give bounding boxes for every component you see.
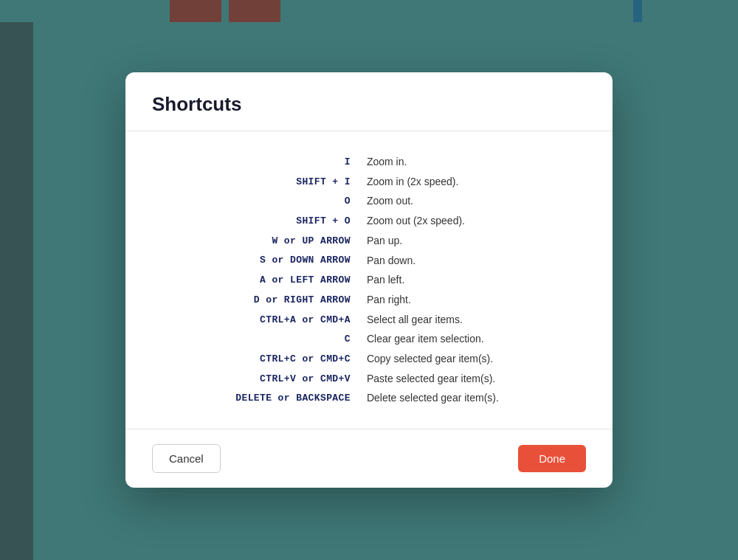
shortcut-row: IZoom in. [170, 152, 568, 172]
shortcut-keys-cell: I [170, 152, 364, 172]
shortcut-key-text: O [345, 196, 351, 207]
shortcut-keys-cell: SHIFT + I [170, 172, 364, 192]
shortcut-keys-cell: CTRL+C or CMD+C [170, 349, 364, 369]
shortcut-description: Copy selected gear item(s). [364, 349, 568, 369]
shortcut-key-text: CTRL+A or CMD+A [260, 314, 351, 325]
shortcut-key-text: CTRL+C or CMD+C [260, 353, 351, 364]
done-button[interactable]: Done [518, 445, 586, 472]
shortcut-row: S or DOWN ARROWPan down. [170, 250, 568, 270]
shortcut-key-text: CTRL+V or CMD+V [260, 373, 351, 384]
shortcut-key-text: SHIFT + O [296, 215, 351, 227]
shortcut-keys-cell: CTRL+V or CMD+V [170, 369, 364, 389]
shortcut-key-text: SHIFT + I [296, 176, 351, 187]
shortcut-description: Pan right. [364, 290, 568, 310]
shortcut-description: Paste selected gear item(s). [364, 369, 568, 389]
shortcut-keys-cell: A or LEFT ARROW [170, 270, 364, 290]
modal-header: Shortcuts [125, 72, 613, 131]
shortcut-keys-cell: CTRL+A or CMD+A [170, 310, 364, 330]
shortcut-keys-cell: O [170, 191, 364, 211]
shortcut-row: W or UP ARROWPan up. [170, 231, 568, 251]
shortcut-row: A or LEFT ARROWPan left. [170, 270, 568, 290]
shortcut-description: Zoom out. [364, 191, 568, 211]
modal-body: IZoom in.SHIFT + IZoom in (2x speed).OZo… [125, 131, 613, 429]
shortcut-key-text: W or UP ARROW [272, 235, 351, 246]
shortcut-description: Zoom out (2x speed). [364, 211, 568, 231]
shortcut-row: DELETE or BACKSPACEDelete selected gear … [170, 388, 568, 408]
shortcut-key-text: C [345, 333, 351, 345]
shortcut-keys-cell: S or DOWN ARROW [170, 250, 364, 270]
shortcut-row: CTRL+C or CMD+CCopy selected gear item(s… [170, 349, 568, 369]
shortcut-keys-cell: DELETE or BACKSPACE [170, 388, 364, 408]
shortcut-description: Pan left. [364, 270, 568, 290]
shortcut-keys-cell: W or UP ARROW [170, 231, 364, 251]
shortcut-row: D or RIGHT ARROWPan right. [170, 290, 568, 310]
shortcut-description: Zoom in. [364, 152, 568, 172]
shortcuts-table: IZoom in.SHIFT + IZoom in (2x speed).OZo… [170, 152, 568, 408]
shortcut-key-text: A or LEFT ARROW [260, 274, 351, 286]
shortcut-key-text: I [345, 156, 351, 167]
shortcut-keys-cell: SHIFT + O [170, 211, 364, 231]
shortcut-description: Select all gear items. [364, 310, 568, 330]
shortcut-key-text: DELETE or BACKSPACE [235, 393, 351, 404]
shortcut-description: Delete selected gear item(s). [364, 388, 568, 408]
shortcuts-modal: Shortcuts IZoom in.SHIFT + IZoom in (2x … [125, 72, 613, 488]
shortcut-row: OZoom out. [170, 191, 568, 211]
shortcut-keys-cell: C [170, 329, 364, 349]
shortcut-row: CTRL+V or CMD+VPaste selected gear item(… [170, 369, 568, 389]
shortcut-description: Pan down. [364, 250, 568, 270]
shortcut-key-text: S or DOWN ARROW [260, 255, 351, 266]
modal-footer: Cancel Done [125, 429, 613, 488]
shortcut-description: Zoom in (2x speed). [364, 172, 568, 192]
cancel-button[interactable]: Cancel [152, 444, 221, 473]
shortcut-row: CClear gear item selection. [170, 329, 568, 349]
shortcut-keys-cell: D or RIGHT ARROW [170, 290, 364, 310]
shortcut-description: Pan up. [364, 231, 568, 251]
shortcut-key-text: D or RIGHT ARROW [254, 294, 351, 305]
shortcut-row: CTRL+A or CMD+ASelect all gear items. [170, 310, 568, 330]
shortcut-description: Clear gear item selection. [364, 329, 568, 349]
shortcut-row: SHIFT + OZoom out (2x speed). [170, 211, 568, 231]
modal-title: Shortcuts [152, 93, 586, 116]
shortcut-row: SHIFT + IZoom in (2x speed). [170, 172, 568, 192]
